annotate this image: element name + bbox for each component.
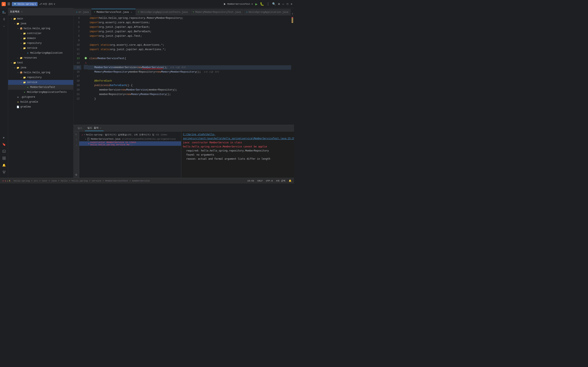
project-panel-dropdown[interactable]: ∨ <box>21 11 22 13</box>
sidebar-terminal-icon[interactable] <box>1 148 7 155</box>
tab-hello-spring-app-tests[interactable]: T HelloSpringApplicationTests.java <box>136 9 190 15</box>
tab-hello-spring-app[interactable]: J HelloSpringApplication.java <box>243 9 291 15</box>
run-button[interactable]: ▶ <box>255 2 258 6</box>
gutter-9 <box>84 38 88 42</box>
status-errors[interactable]: ✕ 1 ⚠ 5 <box>2 179 11 183</box>
tree-item-test-java[interactable]: ▾ 📁 java <box>8 65 73 70</box>
build-file-path[interactable]: C:\Spring study\hello-spring\src\test\ja… <box>183 133 294 140</box>
build-clear-button[interactable]: 🗑 <box>74 173 79 177</box>
vcs-button[interactable]: ⎇ 버전 관리 ∨ <box>39 2 55 6</box>
gutter-4 <box>84 16 88 20</box>
tree-item-service-main[interactable]: ▸ 📁 service <box>8 46 73 50</box>
editor-tabs: J er.java T MemberServiceTest.java ✕ T H… <box>73 8 294 16</box>
build-scroll-down-button[interactable]: ↓ <box>74 143 79 147</box>
tab-er-java[interactable]: J er.java <box>73 9 91 15</box>
spaces-text: 4개 공백 <box>276 179 285 182</box>
tree-item-gradlew[interactable]: ▸ 📄 gradlew <box>8 104 73 109</box>
tree-item-build-gradle[interactable]: ▸ ⚙ build.gradle <box>8 100 73 104</box>
tree-arrow-controller: ▸ <box>20 32 23 35</box>
tree-arrow-domain: ▸ <box>20 37 23 40</box>
status-line-sep[interactable]: CRLF <box>256 179 263 183</box>
tree-item-java[interactable]: ▾ 📁 java <box>8 21 73 26</box>
debug-button[interactable]: 🐛 <box>260 2 264 6</box>
gutter-11 <box>84 47 88 51</box>
build-reason: reason: actual and formal argument lists… <box>183 157 270 160</box>
minimize-button[interactable]: — <box>282 2 284 6</box>
sidebar-commit-icon[interactable] <box>1 16 7 22</box>
gutter-18 <box>84 78 88 83</box>
build-output-tab-close[interactable]: ✕ <box>100 127 101 129</box>
tree-icon-member-service-test: ● <box>26 86 29 89</box>
tree-item-controller[interactable]: ▸ 📁 controller <box>8 31 73 36</box>
tree-item-repository-test[interactable]: ▸ 📁 repository <box>8 75 73 80</box>
tree-item-main[interactable]: ▾ 📁 main <box>8 16 73 21</box>
build-file-item[interactable]: ▾ MemberServiceTest.java src#test#java#h… <box>79 137 181 141</box>
title-bar: J ☰ HS hello-spring ∨ ⎇ 버전 관리 ∨ MemberSe… <box>0 0 294 8</box>
tree-icon-domain: 📁 <box>23 37 26 40</box>
tree-item-repository-main[interactable]: ▸ 📁 repository <box>8 41 73 46</box>
status-spaces[interactable]: 4개 공백 <box>275 179 286 183</box>
run-gutter-icon[interactable] <box>84 57 87 59</box>
hamburger-menu[interactable]: ☰ <box>7 2 10 6</box>
error-icon: ✕ <box>2 179 4 182</box>
tree-item-test[interactable]: ▾ 📁 test <box>8 60 73 65</box>
tree-arrow-test-java: ▾ <box>13 66 16 69</box>
tree-item-gitignore[interactable]: ▸ ⊘ .gitignore <box>8 95 73 100</box>
tree-label-controller: controller <box>27 32 42 35</box>
sidebar-run-icon[interactable]: ▶ <box>1 134 7 141</box>
sidebar-bottom-icons: ▶ 🔖 🔔 <box>1 134 7 177</box>
build-scroll-up-button[interactable]: ↑ <box>74 138 79 142</box>
status-position[interactable]: 15:53 <box>246 179 255 183</box>
search-everywhere-button[interactable]: 🔍 <box>272 2 276 6</box>
tree-icon-hello-spring-app: ● <box>26 51 29 55</box>
close-button[interactable]: ✕ <box>291 2 292 6</box>
breadcrumb-text: hello-spring > src > test > java > hello… <box>13 180 150 182</box>
sidebar-services-icon[interactable] <box>1 155 7 161</box>
maximize-button[interactable]: ❐ <box>286 2 288 6</box>
tab-member-service-test[interactable]: T MemberServiceTest.java ✕ <box>91 9 136 15</box>
tree-icon-package-test: 📦 <box>20 71 23 74</box>
gutter-13 <box>84 56 88 60</box>
sidebar-project-icon[interactable] <box>1 9 7 16</box>
project-badge[interactable]: HS hello-spring ∨ <box>12 2 38 6</box>
tree-item-service-test[interactable]: ▾ 📁 service <box>8 80 73 85</box>
build-root-error[interactable]: ⚠ ▾ hello-spring: 빌드이(가) 실패했습니다. 1개 오류이(… <box>79 132 181 137</box>
sidebar-notifications-icon[interactable]: 🔔 <box>1 162 7 168</box>
sidebar-bookmark-icon[interactable]: 🔖 <box>1 141 7 148</box>
gutter-21 <box>84 92 88 96</box>
sidebar-git-icon[interactable] <box>1 169 7 175</box>
code-content[interactable]: import hello.hello_spring.repository.Mem… <box>88 16 291 125</box>
project-header: 프로젝트 ∨ <box>8 8 73 16</box>
tree-arrow-test: ▾ <box>10 61 13 64</box>
tab-mst-close[interactable]: ✕ <box>130 11 133 14</box>
tree-item-resources[interactable]: ▸ 📁 resources <box>8 55 73 60</box>
tree-icon-repository-main: 📁 <box>23 42 26 45</box>
tree-item-hello-spring-app-tests[interactable]: ▸ ● HelloSpringApplicationTests <box>8 90 73 95</box>
build-rerun-button[interactable]: T <box>74 132 79 137</box>
status-encoding[interactable]: UTF-8 <box>265 179 274 183</box>
tree-item-package-main[interactable]: ▾ 📦 hello.hello_spring <box>8 26 73 31</box>
gutter-8 <box>84 33 88 38</box>
build-tab[interactable]: 빌드 <box>75 125 85 131</box>
title-bar-left: J ☰ HS hello-spring ∨ ⎇ 버전 관리 ∨ <box>2 2 222 6</box>
build-output-tab[interactable]: 빌드 출력 ✕ <box>85 125 104 131</box>
code-line-11: import static org.junit.jupiter.api.Asse… <box>88 47 291 52</box>
tree-item-package-test[interactable]: ▾ 📦 hello.hello_spring <box>8 70 73 75</box>
build-constructor-error[interactable]: ✕ constructor MemberService in class hel… <box>79 141 181 146</box>
tree-label-hello-spring-app-tests: HelloSpringApplicationTests <box>27 91 67 94</box>
sidebar-more-icon[interactable]: ⋯ <box>1 23 7 29</box>
tree-item-member-service-test[interactable]: ▸ ● MemberServiceTest <box>8 85 73 90</box>
tree-item-hello-spring-app[interactable]: ▸ ● HelloSpringApplication <box>8 50 73 55</box>
more-button[interactable]: ⋮ <box>267 2 270 6</box>
tab-dropdown-icon[interactable]: ∨ <box>292 12 293 15</box>
tab-memory-member-repo-test[interactable]: T MemoryMemberRepositoryTest.java <box>190 9 243 15</box>
line-num-5: 5 <box>73 20 81 25</box>
main-container: ⋯ ▶ 🔖 🔔 프로젝트 ∨ ▾ 📁 <box>0 8 294 178</box>
svg-rect-12 <box>3 158 4 160</box>
settings-button[interactable]: ⚙ <box>278 2 280 6</box>
code-line-12 <box>88 52 291 56</box>
status-notifications-icon[interactable]: 🔔 <box>288 179 292 183</box>
tree-item-domain[interactable]: ▸ 📁 domain <box>8 36 73 41</box>
tree-arrow-service-test: ▾ <box>20 81 23 84</box>
bottom-content: T ↑ ↓ 🗑 ⚠ ▾ hello-spring: 빌드이(가) 실패했습니다.… <box>73 132 294 178</box>
